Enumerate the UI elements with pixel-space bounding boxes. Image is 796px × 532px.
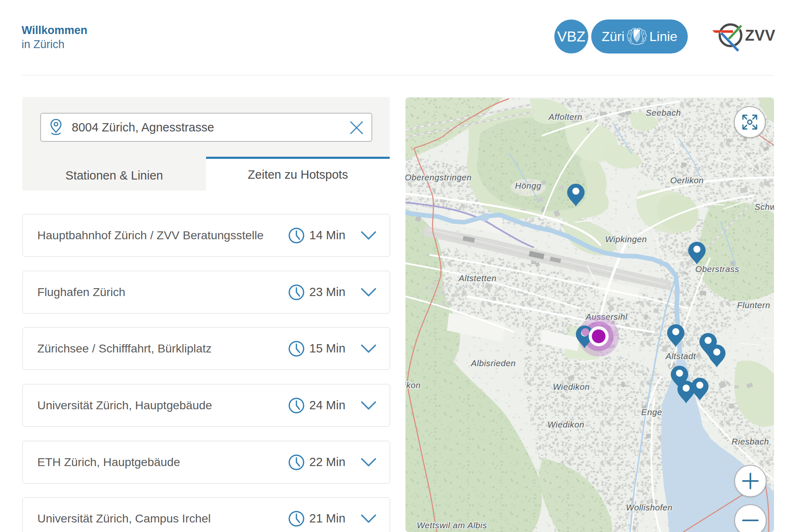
svg-text:Wollishofen: Wollishofen [626,503,673,512]
svg-text:Oberstrass: Oberstrass [695,264,739,274]
svg-text:Riesbach: Riesbach [732,437,769,446]
svg-text:Höngg: Höngg [515,181,541,190]
svg-text:Albisrieden: Albisrieden [470,358,516,368]
svg-text:Altstadt: Altstadt [665,351,696,361]
svg-text:Wettswil am Albis: Wettswil am Albis [417,520,487,530]
svg-text:Wiedikon: Wiedikon [548,420,585,429]
svg-text:Enge: Enge [641,407,662,417]
svg-text:Seebach: Seebach [646,108,681,117]
svg-text:Fluntern: Fluntern [737,300,770,310]
svg-text:Wipkingen: Wipkingen [605,234,647,244]
svg-text:Altstetten: Altstetten [458,273,496,283]
svg-text:Oberengstringen: Oberengstringen [405,172,472,182]
svg-text:Affoltern: Affoltern [548,112,582,121]
svg-text:ZVV: ZVV [745,27,775,44]
svg-text:Schwamendingen: Schwamendingen [755,202,774,211]
svg-text:Wiedikon: Wiedikon [553,382,590,391]
svg-text:Oerlikon: Oerlikon [670,175,704,185]
svg-text:Uitikon: Uitikon [405,380,421,390]
